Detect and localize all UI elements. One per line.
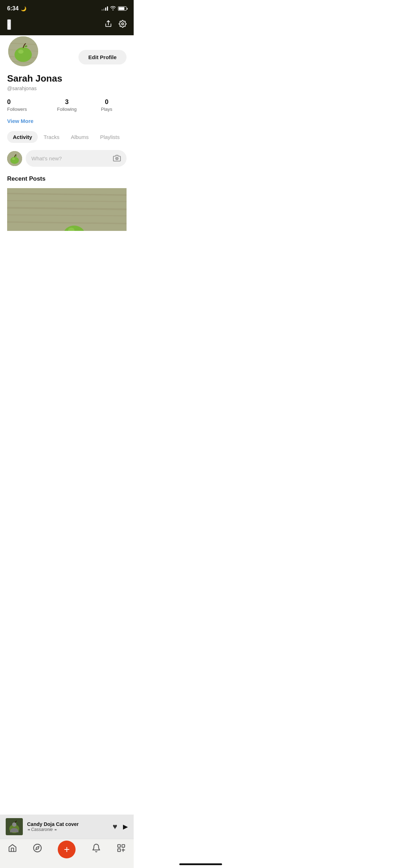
avatar — [7, 35, 39, 67]
battery-icon — [118, 6, 127, 11]
followers-label: Followers — [7, 107, 27, 112]
stats-row: 0 Followers 3 Following 0 Plays — [7, 98, 127, 112]
tab-bands[interactable]: Bands — [125, 131, 127, 143]
tab-tracks[interactable]: Tracks — [38, 131, 65, 143]
post-input-field[interactable]: What's new? — [26, 150, 127, 167]
profile-handle: @sarahjonas — [7, 86, 127, 91]
profile-name: Sarah Jonas — [7, 73, 127, 84]
profile-section: Edit Profile Sarah Jonas @sarahjonas 0 F… — [0, 35, 134, 231]
svg-point-13 — [12, 158, 15, 160]
post-avatar — [7, 151, 22, 166]
svg-point-1 — [122, 23, 124, 25]
header-actions — [104, 20, 127, 29]
plays-stat[interactable]: 0 Plays — [87, 98, 127, 112]
plays-label: Plays — [101, 107, 112, 112]
camera-icon[interactable] — [113, 154, 121, 162]
share-icon[interactable] — [104, 20, 112, 29]
edit-profile-button[interactable]: Edit Profile — [78, 50, 127, 64]
svg-point-12 — [10, 157, 19, 164]
svg-point-15 — [117, 158, 117, 159]
back-button[interactable]: ‹ — [7, 19, 11, 30]
status-bar: 6:34 🌙 — [0, 0, 134, 16]
followers-count: 0 — [7, 98, 47, 106]
status-time: 6:34 🌙 — [7, 5, 26, 12]
moon-icon: 🌙 — [21, 6, 26, 11]
tab-activity[interactable]: Activity — [7, 131, 38, 143]
svg-point-8 — [15, 47, 32, 62]
tab-albums[interactable]: Albums — [65, 131, 94, 143]
post-input-row: What's new? — [7, 150, 127, 167]
svg-point-9 — [18, 50, 24, 53]
time-label: 6:34 — [7, 5, 19, 12]
followers-stat[interactable]: 0 Followers — [7, 98, 47, 112]
recent-posts-label: Recent Posts — [7, 175, 127, 182]
view-more-link[interactable]: View More — [7, 118, 127, 124]
signal-icon — [102, 6, 108, 11]
profile-top: Edit Profile — [7, 35, 127, 67]
tabs-container: Activity Tracks Albums Playlists Bands — [7, 131, 127, 143]
following-stat[interactable]: 3 Following — [47, 98, 87, 112]
avatar-image — [8, 36, 38, 66]
tab-playlists[interactable]: Playlists — [94, 131, 125, 143]
post-image-preview — [7, 188, 127, 231]
following-label: Following — [57, 107, 77, 112]
post-placeholder: What's new? — [31, 155, 62, 161]
status-icons — [102, 6, 127, 11]
settings-icon[interactable] — [119, 20, 127, 29]
plays-count: 0 — [87, 98, 127, 106]
wifi-icon — [110, 6, 116, 11]
following-count: 3 — [47, 98, 87, 106]
